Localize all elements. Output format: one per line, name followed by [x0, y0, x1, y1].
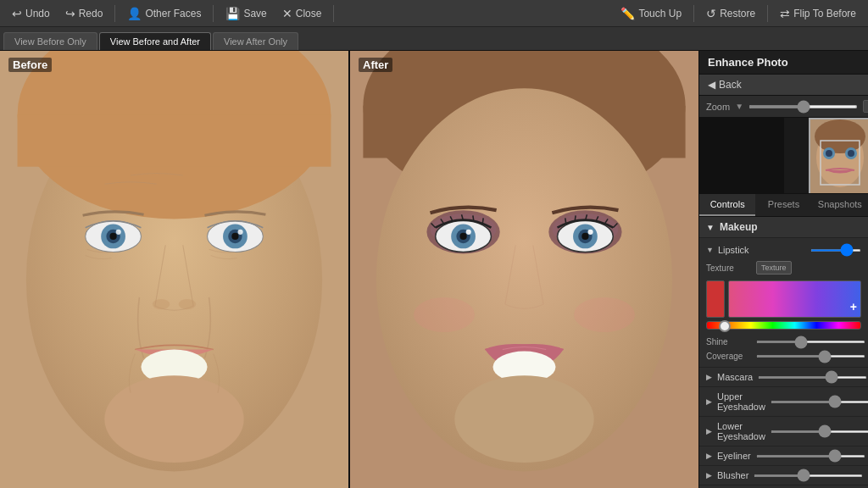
- other-faces-button[interactable]: 👤 Other Faces: [120, 4, 208, 23]
- eyeliner-section[interactable]: ▶ Eyeliner: [699, 446, 868, 466]
- tab-before-and-after[interactable]: View Before and After: [99, 32, 211, 50]
- svg-rect-3: [18, 114, 331, 167]
- zoom-icon: ▼: [735, 102, 743, 111]
- upper-eyeshadow-section[interactable]: ▶ Upper Eyeshadow: [699, 387, 868, 417]
- close-button[interactable]: ✕ Close: [275, 4, 329, 23]
- lipstick-section: ▼ Lipstick Texture Texture +: [699, 238, 868, 368]
- lipstick-chevron-icon: ▼: [706, 246, 714, 254]
- thumbnail-face: [809, 118, 868, 194]
- shine-label: Shine: [706, 337, 753, 347]
- mascara-label: Mascara: [717, 372, 753, 382]
- lipstick-label: Lipstick: [718, 245, 749, 255]
- svg-point-37: [414, 297, 475, 332]
- tab-after-only[interactable]: View After Only: [213, 32, 298, 50]
- before-face-image: [0, 51, 348, 488]
- tab-controls[interactable]: Controls: [699, 194, 755, 216]
- mascara-slider[interactable]: [758, 376, 867, 379]
- redo-button[interactable]: ↪ Redo: [58, 4, 110, 23]
- back-button[interactable]: ◀ Back: [699, 75, 868, 96]
- svg-point-14: [153, 299, 170, 309]
- separator: [333, 5, 334, 22]
- lower-eyeshadow-section[interactable]: ▶ Lower Eyeshadow: [699, 417, 868, 446]
- hue-thumb: [719, 320, 731, 332]
- separator: [693, 5, 694, 22]
- restore-button[interactable]: ↺ Restore: [699, 4, 762, 23]
- lipstick-header[interactable]: ▼ Lipstick: [706, 241, 861, 258]
- color-plus-icon: +: [850, 300, 857, 313]
- mascara-section[interactable]: ▶ Mascara: [699, 368, 868, 387]
- color-swatch[interactable]: [706, 280, 725, 318]
- right-panel: Enhance Photo ◀ Back Zoom ▼ Fit: [698, 51, 868, 488]
- svg-point-13: [238, 230, 243, 235]
- shine-slider[interactable]: [756, 341, 865, 343]
- view-tabs: View Before Only View Before and After V…: [0, 27, 868, 51]
- upper-eyeshadow-slider[interactable]: [771, 401, 868, 403]
- thumbnail-image: [810, 119, 868, 194]
- svg-point-34: [581, 233, 588, 240]
- flip-button[interactable]: ⇄ Flip To Before: [773, 4, 863, 23]
- blusher-slider[interactable]: [754, 474, 863, 477]
- save-button[interactable]: 💾 Save: [219, 4, 273, 23]
- touch-up-icon: ✏️: [620, 7, 635, 20]
- svg-point-12: [231, 233, 238, 240]
- blusher-section[interactable]: ▶ Blusher: [699, 466, 868, 485]
- after-face-image: [350, 51, 698, 488]
- hue-slider[interactable]: [706, 321, 861, 330]
- fit-button[interactable]: Fit: [863, 100, 868, 113]
- close-icon: ✕: [282, 7, 292, 20]
- lower-eyeshadow-slider[interactable]: [771, 430, 868, 433]
- eyeliner-slider[interactable]: [756, 455, 865, 458]
- undo-icon: ↩: [12, 7, 22, 20]
- controls-area: ▼ Makeup ▼ Lipstick Texture Texture: [699, 217, 868, 488]
- color-gradient[interactable]: +: [728, 280, 861, 318]
- svg-point-44: [826, 150, 832, 157]
- main-area: Before: [0, 51, 868, 488]
- svg-point-7: [109, 233, 116, 240]
- lipstick-main-slider[interactable]: [810, 249, 861, 252]
- lower-eyeshadow-chevron-icon: ▶: [706, 427, 712, 435]
- blusher-chevron-icon: ▶: [706, 471, 712, 480]
- hue-slider-row: [706, 321, 861, 330]
- before-label: Before: [8, 58, 52, 72]
- texture-label: Texture: [706, 263, 753, 273]
- before-pane: Before: [0, 51, 348, 488]
- flip-icon: ⇄: [780, 7, 790, 20]
- tab-presets[interactable]: Presets: [755, 194, 811, 216]
- after-label: After: [359, 58, 392, 72]
- undo-button[interactable]: ↩ Undo: [5, 4, 57, 23]
- texture-row: Texture Texture: [706, 258, 861, 277]
- blusher-label: Blusher: [717, 470, 748, 480]
- tab-snapshots[interactable]: Snapshots: [812, 194, 868, 216]
- makeup-chevron-icon: ▼: [706, 223, 715, 232]
- svg-point-46: [848, 150, 854, 157]
- eyeliner-chevron-icon: ▶: [706, 452, 712, 460]
- panel-tabs: Controls Presets Snapshots: [699, 194, 868, 217]
- svg-point-17: [104, 375, 243, 463]
- back-chevron-icon: ◀: [708, 79, 715, 91]
- svg-point-8: [116, 230, 121, 235]
- svg-point-42: [815, 119, 865, 153]
- touch-up-button[interactable]: ✏️ Touch Up: [614, 4, 688, 23]
- svg-point-38: [574, 297, 635, 332]
- zoom-slider[interactable]: [748, 105, 858, 108]
- zoom-row: Zoom ▼ Fit: [699, 96, 868, 118]
- color-picker: +: [706, 277, 861, 335]
- separator: [767, 5, 768, 22]
- svg-point-28: [466, 230, 471, 235]
- coverage-slider[interactable]: [756, 355, 865, 358]
- photo-area: Before: [0, 51, 698, 488]
- texture-button[interactable]: Texture: [756, 261, 792, 274]
- mascara-chevron-icon: ▶: [706, 373, 712, 381]
- upper-eyeshadow-label: Upper Eyeshadow: [717, 391, 765, 412]
- restore-icon: ↺: [706, 7, 716, 20]
- makeup-label: Makeup: [720, 221, 758, 233]
- color-swatch-row: +: [706, 280, 861, 318]
- separator: [114, 5, 115, 22]
- lower-eyeshadow-label: Lower Eyeshadow: [717, 421, 765, 441]
- makeup-section-header[interactable]: ▼ Makeup: [699, 217, 868, 238]
- toolbar: ↩ Undo ↪ Redo 👤 Other Faces 💾 Save ✕ Clo…: [0, 0, 868, 27]
- tab-before-only[interactable]: View Before Only: [3, 32, 97, 50]
- separator: [213, 5, 214, 22]
- save-icon: 💾: [225, 7, 240, 20]
- shine-row: Shine: [706, 335, 861, 349]
